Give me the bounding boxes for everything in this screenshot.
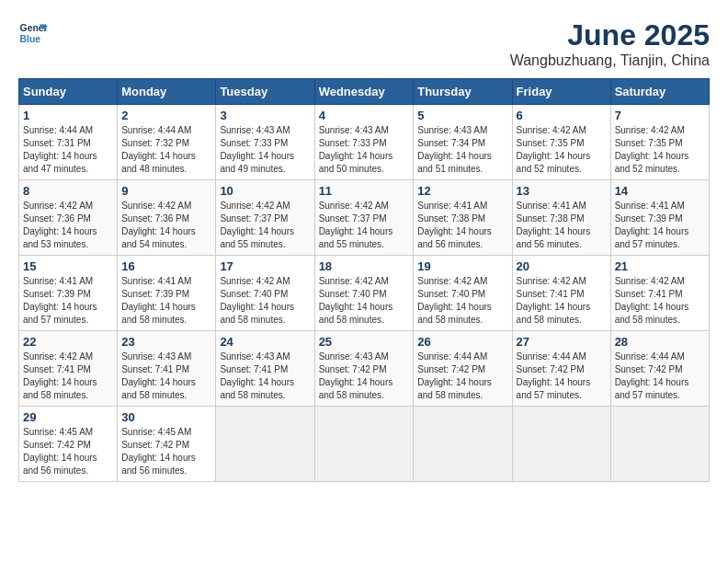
week-row-2: 8Sunrise: 4:42 AM Sunset: 7:36 PM Daylig… bbox=[19, 180, 710, 256]
col-tuesday: Tuesday bbox=[216, 79, 314, 105]
calendar-cell: 9Sunrise: 4:42 AM Sunset: 7:36 PM Daylig… bbox=[118, 180, 216, 256]
calendar-cell: 2Sunrise: 4:44 AM Sunset: 7:32 PM Daylig… bbox=[118, 105, 216, 180]
day-info: Sunrise: 4:44 AM Sunset: 7:31 PM Dayligh… bbox=[23, 124, 113, 176]
day-number: 9 bbox=[121, 184, 211, 198]
calendar-cell: 30Sunrise: 4:45 AM Sunset: 7:42 PM Dayli… bbox=[118, 407, 216, 482]
day-number: 12 bbox=[417, 184, 507, 198]
calendar-cell: 13Sunrise: 4:41 AM Sunset: 7:38 PM Dayli… bbox=[512, 180, 610, 256]
day-info: Sunrise: 4:43 AM Sunset: 7:33 PM Dayligh… bbox=[319, 124, 410, 176]
col-saturday: Saturday bbox=[610, 79, 709, 105]
day-number: 27 bbox=[517, 335, 607, 349]
calendar-cell: 21Sunrise: 4:42 AM Sunset: 7:41 PM Dayli… bbox=[610, 256, 709, 331]
calendar-cell: 20Sunrise: 4:42 AM Sunset: 7:41 PM Dayli… bbox=[512, 256, 610, 331]
day-info: Sunrise: 4:44 AM Sunset: 7:32 PM Dayligh… bbox=[121, 124, 211, 176]
day-number: 21 bbox=[615, 259, 705, 273]
day-info: Sunrise: 4:42 AM Sunset: 7:41 PM Dayligh… bbox=[517, 275, 607, 327]
col-thursday: Thursday bbox=[414, 79, 512, 105]
day-info: Sunrise: 4:45 AM Sunset: 7:42 PM Dayligh… bbox=[23, 426, 113, 477]
day-number: 26 bbox=[417, 335, 507, 349]
day-info: Sunrise: 4:42 AM Sunset: 7:40 PM Dayligh… bbox=[319, 275, 410, 327]
week-row-5: 29Sunrise: 4:45 AM Sunset: 7:42 PM Dayli… bbox=[19, 407, 710, 482]
logo: General Blue bbox=[18, 18, 48, 48]
day-number: 5 bbox=[417, 109, 507, 122]
calendar-cell bbox=[610, 407, 709, 482]
day-info: Sunrise: 4:41 AM Sunset: 7:39 PM Dayligh… bbox=[121, 275, 211, 327]
day-number: 24 bbox=[220, 335, 310, 349]
calendar-table: Sunday Monday Tuesday Wednesday Thursday… bbox=[18, 78, 710, 482]
title-block: June 2025 Wangbuzhuang, Tianjin, China bbox=[510, 18, 710, 69]
calendar-cell: 24Sunrise: 4:43 AM Sunset: 7:41 PM Dayli… bbox=[216, 331, 314, 407]
day-info: Sunrise: 4:41 AM Sunset: 7:39 PM Dayligh… bbox=[23, 275, 113, 327]
calendar-cell: 4Sunrise: 4:43 AM Sunset: 7:33 PM Daylig… bbox=[314, 105, 414, 180]
day-number: 17 bbox=[220, 259, 310, 273]
day-info: Sunrise: 4:44 AM Sunset: 7:42 PM Dayligh… bbox=[517, 350, 607, 402]
day-number: 16 bbox=[121, 259, 211, 273]
day-number: 22 bbox=[23, 335, 113, 349]
day-info: Sunrise: 4:43 AM Sunset: 7:42 PM Dayligh… bbox=[319, 350, 410, 402]
calendar-cell bbox=[216, 407, 314, 482]
calendar-cell: 12Sunrise: 4:41 AM Sunset: 7:38 PM Dayli… bbox=[414, 180, 512, 256]
week-row-1: 1Sunrise: 4:44 AM Sunset: 7:31 PM Daylig… bbox=[19, 105, 710, 180]
col-monday: Monday bbox=[118, 79, 216, 105]
day-number: 4 bbox=[319, 109, 410, 122]
day-number: 14 bbox=[615, 184, 705, 198]
calendar-cell: 25Sunrise: 4:43 AM Sunset: 7:42 PM Dayli… bbox=[314, 331, 414, 407]
calendar-cell: 1Sunrise: 4:44 AM Sunset: 7:31 PM Daylig… bbox=[19, 105, 118, 180]
day-info: Sunrise: 4:42 AM Sunset: 7:37 PM Dayligh… bbox=[319, 200, 410, 251]
calendar-cell: 14Sunrise: 4:41 AM Sunset: 7:39 PM Dayli… bbox=[610, 180, 709, 256]
day-info: Sunrise: 4:42 AM Sunset: 7:35 PM Dayligh… bbox=[615, 124, 705, 176]
day-info: Sunrise: 4:43 AM Sunset: 7:34 PM Dayligh… bbox=[417, 124, 507, 176]
day-number: 8 bbox=[23, 184, 113, 198]
page-header: General Blue June 2025 Wangbuzhuang, Tia… bbox=[18, 18, 710, 69]
calendar-cell bbox=[512, 407, 610, 482]
day-number: 7 bbox=[615, 109, 705, 122]
calendar-cell: 8Sunrise: 4:42 AM Sunset: 7:36 PM Daylig… bbox=[19, 180, 118, 256]
calendar-cell: 16Sunrise: 4:41 AM Sunset: 7:39 PM Dayli… bbox=[118, 256, 216, 331]
calendar-cell: 6Sunrise: 4:42 AM Sunset: 7:35 PM Daylig… bbox=[512, 105, 610, 180]
svg-text:Blue: Blue bbox=[20, 34, 41, 44]
day-info: Sunrise: 4:44 AM Sunset: 7:42 PM Dayligh… bbox=[417, 350, 507, 402]
day-number: 28 bbox=[615, 335, 705, 349]
day-info: Sunrise: 4:41 AM Sunset: 7:38 PM Dayligh… bbox=[417, 200, 507, 251]
day-number: 2 bbox=[121, 109, 211, 122]
day-info: Sunrise: 4:41 AM Sunset: 7:38 PM Dayligh… bbox=[517, 200, 607, 251]
day-info: Sunrise: 4:42 AM Sunset: 7:40 PM Dayligh… bbox=[417, 275, 507, 327]
calendar-cell: 28Sunrise: 4:44 AM Sunset: 7:42 PM Dayli… bbox=[610, 331, 709, 407]
day-info: Sunrise: 4:41 AM Sunset: 7:39 PM Dayligh… bbox=[615, 200, 705, 251]
day-number: 13 bbox=[517, 184, 607, 198]
calendar-cell: 22Sunrise: 4:42 AM Sunset: 7:41 PM Dayli… bbox=[19, 331, 118, 407]
calendar-cell: 5Sunrise: 4:43 AM Sunset: 7:34 PM Daylig… bbox=[414, 105, 512, 180]
day-number: 3 bbox=[220, 109, 310, 122]
day-number: 6 bbox=[517, 109, 607, 122]
day-number: 30 bbox=[121, 410, 211, 424]
day-number: 15 bbox=[23, 259, 113, 273]
day-info: Sunrise: 4:45 AM Sunset: 7:42 PM Dayligh… bbox=[121, 426, 211, 477]
calendar-cell bbox=[414, 407, 512, 482]
header-row: Sunday Monday Tuesday Wednesday Thursday… bbox=[19, 79, 710, 105]
week-row-4: 22Sunrise: 4:42 AM Sunset: 7:41 PM Dayli… bbox=[19, 331, 710, 407]
calendar-cell bbox=[314, 407, 414, 482]
day-number: 1 bbox=[23, 109, 113, 122]
day-number: 10 bbox=[220, 184, 310, 198]
calendar-cell: 23Sunrise: 4:43 AM Sunset: 7:41 PM Dayli… bbox=[118, 331, 216, 407]
calendar-cell: 29Sunrise: 4:45 AM Sunset: 7:42 PM Dayli… bbox=[19, 407, 118, 482]
week-row-3: 15Sunrise: 4:41 AM Sunset: 7:39 PM Dayli… bbox=[19, 256, 710, 331]
calendar-cell: 17Sunrise: 4:42 AM Sunset: 7:40 PM Dayli… bbox=[216, 256, 314, 331]
day-info: Sunrise: 4:42 AM Sunset: 7:41 PM Dayligh… bbox=[23, 350, 113, 402]
calendar-cell: 3Sunrise: 4:43 AM Sunset: 7:33 PM Daylig… bbox=[216, 105, 314, 180]
day-info: Sunrise: 4:42 AM Sunset: 7:35 PM Dayligh… bbox=[517, 124, 607, 176]
day-info: Sunrise: 4:43 AM Sunset: 7:41 PM Dayligh… bbox=[121, 350, 211, 402]
day-number: 29 bbox=[23, 410, 113, 424]
day-number: 25 bbox=[319, 335, 410, 349]
calendar-cell: 10Sunrise: 4:42 AM Sunset: 7:37 PM Dayli… bbox=[216, 180, 314, 256]
col-friday: Friday bbox=[512, 79, 610, 105]
col-sunday: Sunday bbox=[19, 79, 118, 105]
calendar-cell: 19Sunrise: 4:42 AM Sunset: 7:40 PM Dayli… bbox=[414, 256, 512, 331]
location: Wangbuzhuang, Tianjin, China bbox=[510, 52, 710, 69]
calendar-cell: 26Sunrise: 4:44 AM Sunset: 7:42 PM Dayli… bbox=[414, 331, 512, 407]
day-number: 20 bbox=[517, 259, 607, 273]
logo-icon: General Blue bbox=[18, 18, 48, 48]
calendar-cell: 15Sunrise: 4:41 AM Sunset: 7:39 PM Dayli… bbox=[19, 256, 118, 331]
day-info: Sunrise: 4:42 AM Sunset: 7:36 PM Dayligh… bbox=[23, 200, 113, 251]
day-info: Sunrise: 4:42 AM Sunset: 7:40 PM Dayligh… bbox=[220, 275, 310, 327]
